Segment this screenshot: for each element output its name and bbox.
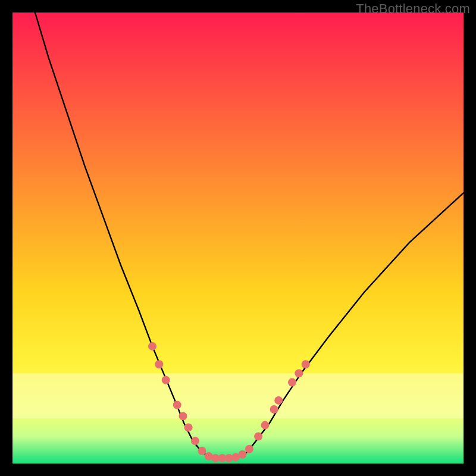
marker-dot	[239, 450, 247, 459]
marker-dot	[162, 376, 170, 384]
marker-dot	[274, 396, 283, 405]
marker-dot	[288, 378, 296, 387]
marker-dot	[261, 421, 270, 430]
pale-band	[12, 373, 464, 418]
marker-dot	[270, 405, 278, 414]
marker-dot	[295, 369, 303, 377]
marker-dot	[184, 423, 193, 431]
marker-dot	[155, 360, 163, 368]
marker-dot	[245, 445, 253, 453]
plot-area	[12, 12, 464, 464]
bottleneck-chart	[12, 12, 464, 464]
marker-dot	[179, 412, 187, 420]
marker-dot	[191, 437, 199, 445]
chart-frame: TheBottleneck.com	[0, 0, 476, 476]
marker-dot	[198, 447, 206, 455]
marker-dot	[302, 360, 310, 368]
marker-dot	[254, 433, 262, 441]
marker-dot	[173, 401, 181, 409]
marker-dot	[148, 342, 156, 350]
